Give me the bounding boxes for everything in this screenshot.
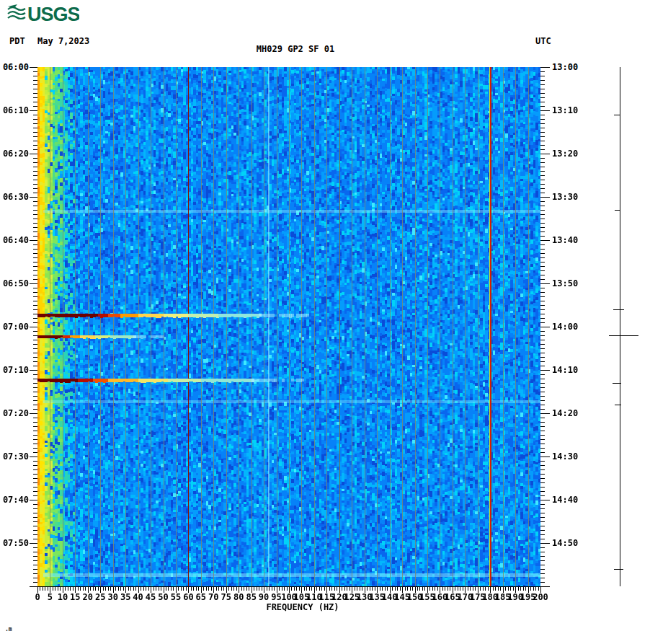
left-time-tick [33,431,37,431]
right-time-tick [540,448,545,449]
right-time-label: 13:30 [552,193,578,201]
left-time-label: 06:10 [0,106,29,115]
left-time-tick [33,279,37,280]
right-time-tick [540,547,545,548]
right-time-tick [540,444,545,444]
left-time-tick [33,400,37,401]
left-time-tick [33,508,37,509]
left-time-tick [33,262,37,263]
left-time-tick [30,370,37,371]
right-time-tick [540,214,545,215]
freq-tick-label: 45 [146,593,156,601]
freq-tick-label: 30 [107,593,117,601]
left-time-tick [33,521,37,522]
left-time-tick [33,361,37,362]
right-time-tick [540,556,545,557]
left-time-tick [33,495,37,496]
left-time-label: 07:10 [0,366,29,374]
left-time-tick [33,188,37,189]
left-time-tick [33,145,37,146]
left-time-tick [33,296,37,297]
left-time-tick [33,227,37,228]
right-time-tick [540,193,545,193]
left-time-label: 07:50 [0,539,29,547]
left-time-tick [30,240,37,241]
left-time-tick [33,426,37,427]
left-time-tick [33,115,37,115]
left-time-tick [33,478,37,479]
right-time-tick [540,275,545,275]
left-time-tick [33,353,37,353]
side-trace-mark [615,210,620,211]
right-time-tick [540,223,545,224]
right-time-tick [540,180,545,180]
right-time-tick [540,366,545,366]
right-time-tick [540,158,545,159]
left-time-tick [33,469,37,470]
left-time-tick [33,149,37,150]
left-time-tick [33,547,37,548]
right-time-tick [540,283,550,284]
left-time-tick [33,335,37,336]
right-time-tick [540,392,545,392]
right-time-tick [540,249,545,250]
right-time-tick [540,482,545,483]
side-trace-mark [614,569,623,570]
side-trace-mark [613,383,621,384]
left-time-tick [33,106,37,107]
right-time-tick [540,270,545,271]
right-time-tick [540,387,545,388]
left-time-tick [33,387,37,388]
right-time-tick [540,409,545,410]
right-time-tick [540,219,545,219]
left-time-tick [30,154,37,154]
left-time-tick [33,322,37,323]
freq-tick-label: 50 [158,593,168,601]
left-time-tick [33,292,37,293]
left-time-tick [33,573,37,574]
right-time-tick [540,171,545,172]
side-trace-mark [613,309,624,310]
right-time-tick [540,154,550,154]
right-time-tick [540,578,545,578]
freq-tick-label: 20 [83,593,93,601]
left-time-tick [30,283,37,284]
right-time-tick [540,565,545,565]
left-time-tick [33,379,37,379]
right-time-label: 13:20 [552,149,578,158]
right-time-label: 13:00 [552,63,578,71]
freq-tick-label: 10 [58,593,68,601]
freq-tick-label: 200 [533,593,548,601]
left-time-label: 06:00 [0,63,29,71]
right-time-tick [540,582,545,583]
right-time-tick [540,353,545,353]
right-time-tick [540,132,545,133]
left-time-label: 07:00 [0,322,29,331]
left-time-tick [30,413,37,414]
left-time-label: 07:20 [0,409,29,418]
left-time-tick [33,357,37,358]
right-time-tick [540,102,545,102]
right-time-tick [540,431,545,431]
right-time-tick [540,145,545,146]
right-time-tick [540,123,545,124]
right-time-tick [540,305,545,306]
freq-tick-label: 5 [48,593,53,601]
freq-tick-label: 0 [35,593,40,601]
left-time-tick [33,504,37,505]
left-time-tick [33,331,37,332]
right-time-tick [540,301,545,301]
left-time-tick [33,219,37,219]
right-time-label: 13:50 [552,279,578,288]
left-time-tick [33,180,37,180]
usgs-wave-icon [8,4,25,19]
left-time-tick [33,482,37,483]
right-time-tick [540,244,545,245]
left-time-tick [33,383,37,384]
left-time-tick [33,223,37,224]
right-time-tick [540,227,545,228]
right-time-tick [540,348,545,349]
left-time-tick [33,119,37,120]
left-time-tick [33,422,37,423]
freq-tick-label: 90 [259,593,269,601]
